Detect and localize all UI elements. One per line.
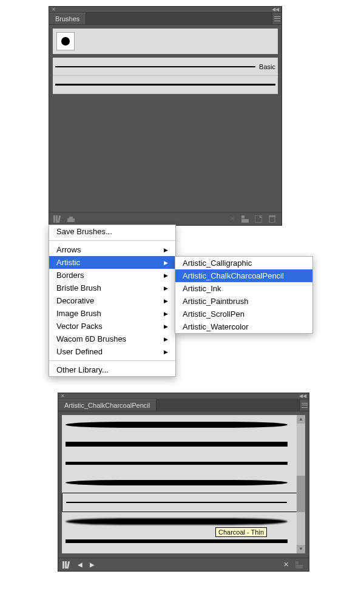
menu-label: Artistic_ScrollPen <box>183 309 244 319</box>
tab-chalk-charcoal[interactable]: Artistic_ChalkCharcoalPencil <box>58 399 157 411</box>
tab-brushes[interactable]: Brushes <box>49 13 86 24</box>
chalk-charcoal-panel: ✕ ◀◀ Artistic_ChalkCharcoalPencil ▲ ▼ ◀ … <box>58 393 309 572</box>
stroke-preview <box>66 422 288 428</box>
scroll-up-icon[interactable]: ▲ <box>297 415 305 424</box>
scroll-thumb[interactable] <box>297 476 305 512</box>
svg-rect-14 <box>295 561 298 564</box>
submenu-arrow-icon: ▶ <box>164 349 168 355</box>
svg-rect-6 <box>241 215 244 218</box>
menu-save-brushes[interactable]: Save Brushes... <box>49 225 175 238</box>
panel-titlebar: ✕ ◀◀ <box>58 393 309 399</box>
scrollbar[interactable]: ▲ ▼ <box>297 415 305 553</box>
menu-label: Artistic <box>56 258 80 267</box>
brush-label: Basic <box>259 63 275 70</box>
menu-label: Artistic_Calligraphic <box>183 258 252 268</box>
submenu-arrow-icon: ▶ <box>164 272 168 279</box>
hamburger-icon <box>302 403 308 408</box>
submenu-item[interactable]: Artistic_ChalkCharcoalPencil <box>175 269 312 282</box>
panel-footer: ◀ ▶ ✕ <box>58 558 309 571</box>
brush-stroke-item[interactable] <box>62 415 305 434</box>
remove-stroke-icon[interactable]: ✕ <box>280 559 292 570</box>
artistic-submenu: Artistic_CalligraphicArtistic_ChalkCharc… <box>175 256 313 334</box>
menu-item-category[interactable]: Bristle Brush▶ <box>49 282 175 294</box>
menu-item-category[interactable]: Wacom 6D Brushes▶ <box>49 333 175 345</box>
tooltip: Charcoal - Thin <box>215 527 267 537</box>
delete-icon[interactable] <box>266 214 278 225</box>
svg-rect-12 <box>67 561 70 569</box>
menu-item-category[interactable]: User Defined▶ <box>49 345 175 358</box>
tabs-row: Artistic_ChalkCharcoalPencil <box>58 399 309 411</box>
close-icon[interactable]: ✕ <box>61 393 65 399</box>
svg-rect-5 <box>241 219 249 223</box>
stroke-preview <box>66 462 288 465</box>
menu-label: Artistic_Ink <box>183 284 221 293</box>
panel-menu-button[interactable] <box>272 13 281 24</box>
brush-stroke-item[interactable] <box>62 512 305 532</box>
menu-label: Borders <box>56 271 84 280</box>
panel-titlebar: ✕ ◀◀ <box>49 7 281 13</box>
menu-label: Vector Packs <box>56 322 103 331</box>
svg-rect-1 <box>56 215 58 223</box>
submenu-arrow-icon: ▶ <box>164 298 168 304</box>
new-brush-icon[interactable] <box>252 214 265 225</box>
svg-rect-8 <box>269 217 275 223</box>
library-menu-icon[interactable] <box>61 559 73 570</box>
options-brush-icon[interactable] <box>293 559 305 570</box>
menu-label: Bristle Brush <box>56 283 101 292</box>
options-icon[interactable] <box>65 214 77 225</box>
submenu-arrow-icon: ▶ <box>164 323 168 329</box>
brush-item-basic[interactable]: Basic <box>53 58 278 76</box>
hamburger-icon <box>274 16 280 21</box>
brush-list: Basic <box>53 58 278 94</box>
submenu-item[interactable]: Artistic_Paintbrush <box>175 295 312 308</box>
stroke-preview <box>66 480 288 485</box>
menu-item-category[interactable]: Decorative▶ <box>49 294 175 307</box>
menu-item-category[interactable]: Arrows▶ <box>49 243 175 256</box>
collapse-icon[interactable]: ◀◀ <box>299 393 306 399</box>
panel-footer: ✕ <box>49 212 281 225</box>
menu-separator <box>49 360 175 361</box>
menu-item-category[interactable]: Borders▶ <box>49 269 175 282</box>
brush-round-thumbnail[interactable] <box>56 32 75 50</box>
prev-library-icon[interactable]: ◀ <box>78 561 83 568</box>
submenu-item[interactable]: Artistic_Watercolor <box>175 320 312 333</box>
stroke-preview <box>66 539 288 543</box>
dot-icon <box>61 37 70 46</box>
submenu-item[interactable]: Artistic_Ink <box>175 282 312 295</box>
svg-rect-10 <box>62 561 64 569</box>
brush-stroke-item-selected[interactable] <box>62 493 305 512</box>
brush-stroke-item[interactable] <box>62 454 305 473</box>
menu-other-library[interactable]: Other Library... <box>49 363 175 376</box>
panel-menu-button[interactable] <box>299 399 309 411</box>
svg-rect-13 <box>295 565 303 569</box>
menu-label: Arrows <box>56 245 81 254</box>
close-icon[interactable]: ✕ <box>52 7 56 12</box>
submenu-item[interactable]: Artistic_ScrollPen <box>175 308 312 320</box>
menu-label: Artistic_Paintbrush <box>183 297 248 306</box>
submenu-arrow-icon: ▶ <box>164 336 168 342</box>
menu-item-category[interactable]: Image Brush▶ <box>49 307 175 320</box>
options-brush-icon[interactable] <box>239 214 251 225</box>
collapse-icon[interactable]: ◀◀ <box>272 7 279 12</box>
stroke-preview <box>55 66 255 67</box>
brush-item-rough[interactable] <box>53 76 278 94</box>
brush-stroke-item[interactable] <box>62 532 305 551</box>
next-library-icon[interactable]: ▶ <box>90 561 95 568</box>
menu-label: User Defined <box>56 347 103 356</box>
library-menu-icon[interactable] <box>52 214 64 225</box>
stroke-preview <box>66 442 288 447</box>
brush-stroke-item[interactable] <box>62 473 305 493</box>
svg-rect-7 <box>255 215 262 223</box>
remove-stroke-icon[interactable]: ✕ <box>226 214 238 225</box>
svg-rect-2 <box>58 215 61 223</box>
menu-item-category[interactable]: Artistic▶ <box>49 256 175 269</box>
menu-label: Other Library... <box>56 365 109 374</box>
brush-stroke-item[interactable] <box>62 434 305 454</box>
svg-rect-0 <box>53 215 55 223</box>
svg-rect-4 <box>69 217 73 218</box>
brushes-panel: ✕ ◀◀ Brushes Basic ✕ <box>49 6 282 226</box>
menu-label: Decorative <box>56 296 94 305</box>
submenu-item[interactable]: Artistic_Calligraphic <box>175 257 312 269</box>
menu-item-category[interactable]: Vector Packs▶ <box>49 320 175 333</box>
scroll-down-icon[interactable]: ▼ <box>297 545 305 553</box>
